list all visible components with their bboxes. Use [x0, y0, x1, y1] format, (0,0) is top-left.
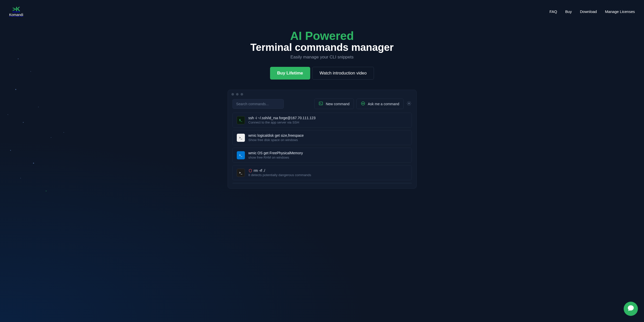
shield-warning-icon	[248, 169, 252, 173]
svg-point-5	[408, 103, 410, 104]
command-item[interactable]: $_ ssh -i ~/.ssh/id_rsa forge@167.70.111…	[232, 113, 412, 128]
hero-subtitle: Easily manage your CLI snippets	[0, 55, 644, 60]
app-toolbar: Search commands... New command Ask me a …	[228, 99, 416, 113]
window-dot-close	[231, 93, 234, 96]
command-title: rm -rf ./	[248, 168, 407, 173]
command-title: ssh -i ~/.ssh/id_rsa forge@167.70.111.12…	[248, 116, 407, 120]
window-controls	[228, 90, 416, 99]
terminal-dark-icon: >_	[237, 169, 245, 177]
terminal-powershell-icon: >_	[237, 151, 245, 159]
command-title: wmic OS get FreePhysicalMemory	[248, 151, 407, 155]
hero-section: AI Powered Terminal commands manager Eas…	[0, 29, 644, 80]
hero-actions: Buy Lifetime Watch introduction video	[0, 67, 644, 80]
logo[interactable]: >K Komandi	[9, 6, 23, 17]
svg-point-2	[362, 103, 363, 104]
command-desc: show free RAM on windows	[248, 156, 407, 159]
chat-icon	[361, 101, 365, 106]
buy-lifetime-button[interactable]: Buy Lifetime	[270, 67, 310, 80]
main-nav: FAQ Buy Download Manage Licenses	[549, 9, 635, 14]
command-list: $_ ssh -i ~/.ssh/id_rsa forge@167.70.111…	[228, 113, 416, 188]
command-title: wmic logicaldisk get size,freespace	[248, 133, 407, 137]
chat-bubble-icon	[627, 305, 634, 313]
ask-command-button[interactable]: Ask me a command	[356, 99, 404, 109]
app-preview-window: Search commands... New command Ask me a …	[228, 90, 417, 189]
command-desc: Connect to the app server via SSH	[248, 120, 407, 124]
nav-buy[interactable]: Buy	[565, 9, 572, 14]
command-item[interactable]: >_ rm -rf ./ It detects potentially dang…	[232, 165, 412, 180]
chat-fab-button[interactable]	[624, 302, 638, 316]
site-header: >K Komandi FAQ Buy Download Manage Licen…	[0, 0, 644, 23]
hero-title-main: Terminal commands manager	[0, 42, 644, 53]
command-desc: Show free disk space on windows	[248, 138, 407, 142]
svg-point-4	[364, 103, 364, 104]
hero-title: AI Powered Terminal commands manager	[0, 29, 644, 53]
terminal-windows-icon: >_	[237, 134, 245, 142]
logo-text: Komandi	[9, 13, 23, 17]
svg-point-3	[363, 103, 363, 104]
nav-download[interactable]: Download	[580, 9, 597, 14]
command-item[interactable]: >_ wmic logicaldisk get size,freespace S…	[232, 130, 412, 145]
new-command-label: New command	[326, 102, 349, 106]
search-input[interactable]: Search commands...	[232, 99, 284, 109]
nav-faq[interactable]: FAQ	[549, 9, 557, 14]
svg-rect-0	[319, 102, 323, 105]
ask-command-label: Ask me a command	[368, 102, 399, 106]
terminal-green-icon: $_	[237, 116, 245, 124]
terminal-icon	[319, 101, 323, 106]
command-item[interactable]: >_ wmic OS get FreePhysicalMemory show f…	[232, 148, 412, 163]
new-command-button[interactable]: New command	[314, 99, 354, 109]
settings-button[interactable]	[406, 101, 412, 107]
watch-video-button[interactable]: Watch introduction video	[312, 67, 374, 80]
window-dot-min	[236, 93, 239, 96]
logo-mark: >K	[12, 6, 20, 12]
nav-manage-licenses[interactable]: Manage Licenses	[605, 9, 635, 14]
command-item-partial[interactable]	[232, 183, 412, 184]
window-dot-max	[241, 93, 243, 96]
hero-title-accent: AI Powered	[0, 29, 644, 43]
gear-icon	[407, 101, 411, 107]
command-desc: It detects potentially dangerous command…	[248, 173, 407, 177]
